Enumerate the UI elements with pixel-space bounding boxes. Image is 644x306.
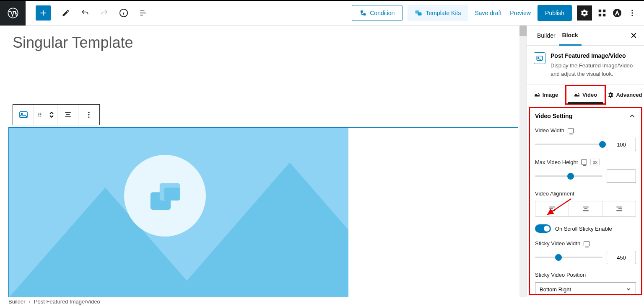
featured-image-icon: [534, 52, 545, 64]
block-toolbar: [13, 104, 100, 125]
video-width-slider[interactable]: [535, 144, 602, 145]
add-block-button[interactable]: [36, 5, 51, 21]
svg-rect-27: [164, 188, 179, 201]
save-draft-link[interactable]: Save draft: [473, 10, 503, 16]
svg-point-16: [39, 113, 39, 113]
drag-handle-icon[interactable]: [34, 105, 46, 125]
breadcrumb-leaf[interactable]: Post Featured Image/Video: [34, 298, 100, 305]
outline-icon[interactable]: [138, 8, 148, 18]
svg-rect-5: [418, 13, 422, 16]
svg-rect-8: [599, 14, 601, 16]
svg-point-19: [40, 114, 41, 115]
svg-point-31: [578, 93, 579, 94]
sticky-pos-select[interactable]: Bottom Right: [535, 282, 636, 295]
redo-icon[interactable]: [99, 8, 109, 18]
video-width-label: Video Width: [535, 127, 636, 134]
close-sidebar-icon[interactable]: ✕: [630, 31, 637, 41]
preview-link[interactable]: Preview: [508, 10, 532, 16]
svg-rect-28: [537, 56, 543, 61]
info-icon[interactable]: [119, 8, 129, 18]
selected-block[interactable]: [8, 127, 518, 297]
chevron-up-icon: [628, 112, 636, 120]
align-left[interactable]: [535, 201, 569, 216]
settings-button[interactable]: [577, 5, 592, 21]
block-info-header: Post Featured Image/Video Display the Fe…: [527, 46, 644, 85]
responsive-icon[interactable]: [581, 159, 587, 165]
wordpress-logo[interactable]: [0, 1, 26, 26]
svg-point-20: [39, 116, 39, 116]
block-description: Display the Featured Image/Video and adj…: [551, 62, 637, 78]
alignment-label: Video Alignment: [535, 190, 636, 197]
panel-heading[interactable]: Video Setting: [535, 112, 636, 120]
template-kits-label: Template Kits: [426, 10, 461, 16]
svg-point-22: [88, 112, 90, 113]
move-up-down[interactable]: [46, 105, 57, 125]
main-area: Singular Template Builder Block ✕ Post F…: [0, 26, 644, 297]
svg-rect-9: [603, 14, 605, 16]
canvas-scrollbar[interactable]: [519, 26, 527, 297]
publish-button[interactable]: Publish: [538, 5, 572, 21]
chevron-down-icon: [626, 286, 631, 292]
image-placeholder: [9, 128, 348, 297]
svg-point-23: [88, 114, 90, 116]
sticky-label: On Scroll Sticky Enable: [555, 226, 612, 232]
responsive-icon[interactable]: [568, 128, 574, 133]
responsive-icon[interactable]: [584, 241, 589, 246]
svg-point-24: [88, 116, 90, 118]
svg-rect-3: [364, 13, 366, 15]
align-center[interactable]: [569, 201, 602, 216]
breadcrumb: Builder › Post Featured Image/Video: [0, 297, 644, 306]
subtab-image[interactable]: Image: [527, 85, 565, 105]
max-height-slider[interactable]: [535, 175, 602, 177]
max-height-input[interactable]: [607, 170, 636, 183]
svg-point-30: [538, 93, 539, 94]
svg-point-12: [631, 12, 633, 13]
editor-canvas[interactable]: Singular Template: [0, 26, 527, 297]
alignment-options: [535, 201, 636, 217]
astra-icon[interactable]: [612, 8, 622, 18]
tab-builder[interactable]: Builder: [534, 26, 559, 45]
templates-icon[interactable]: [597, 8, 607, 18]
condition-button[interactable]: Condition: [352, 5, 402, 21]
svg-rect-2: [361, 10, 363, 13]
block-more-icon[interactable]: [78, 105, 99, 125]
sticky-pos-label: Sticky Video Position: [535, 272, 636, 278]
more-options-icon[interactable]: [627, 8, 637, 18]
subtab-advanced[interactable]: Advanced: [606, 85, 644, 105]
max-height-label: Max Video Heightpx: [535, 159, 636, 165]
svg-point-13: [631, 15, 633, 16]
edit-icon[interactable]: [61, 8, 71, 18]
subtab-video[interactable]: Video: [565, 85, 606, 105]
sticky-toggle-row: On Scroll Sticky Enable: [535, 224, 636, 233]
chevron-right-icon: ›: [29, 298, 30, 305]
block-type-icon[interactable]: [13, 105, 34, 125]
breadcrumb-root[interactable]: Builder: [8, 298, 25, 305]
top-toolbar: Condition Template Kits Save draft Previ…: [0, 0, 644, 26]
sticky-toggle[interactable]: [535, 224, 551, 233]
video-width-input[interactable]: [607, 138, 636, 151]
svg-point-17: [40, 113, 41, 113]
page-title[interactable]: Singular Template: [13, 34, 527, 51]
editor-tools: [61, 8, 148, 18]
svg-point-18: [39, 114, 39, 115]
condition-label: Condition: [370, 10, 395, 16]
svg-rect-6: [599, 10, 601, 12]
sticky-width-label: Sticky Video Width: [535, 240, 636, 247]
block-subtabs: Image Video Advanced: [527, 85, 644, 105]
sidebar-tabs: Builder Block ✕: [527, 26, 644, 46]
sticky-width-slider[interactable]: [535, 257, 602, 258]
unit-px[interactable]: px: [590, 159, 600, 165]
block-title: Post Featured Image/Video: [551, 52, 637, 59]
align-right[interactable]: [602, 201, 636, 216]
sticky-width-input[interactable]: [607, 251, 636, 264]
top-right-actions: Condition Template Kits Save draft Previ…: [352, 5, 644, 21]
template-kits-button[interactable]: Template Kits: [408, 5, 468, 21]
settings-sidebar: Builder Block ✕ Post Featured Image/Vide…: [527, 26, 644, 297]
svg-point-21: [40, 116, 41, 116]
video-settings-panel: Video Setting Video Width Max Video Heig…: [529, 107, 642, 295]
tab-block[interactable]: Block: [559, 26, 582, 46]
undo-icon[interactable]: [80, 8, 90, 18]
svg-rect-7: [603, 10, 605, 12]
align-icon[interactable]: [57, 105, 78, 125]
svg-point-11: [631, 10, 633, 11]
